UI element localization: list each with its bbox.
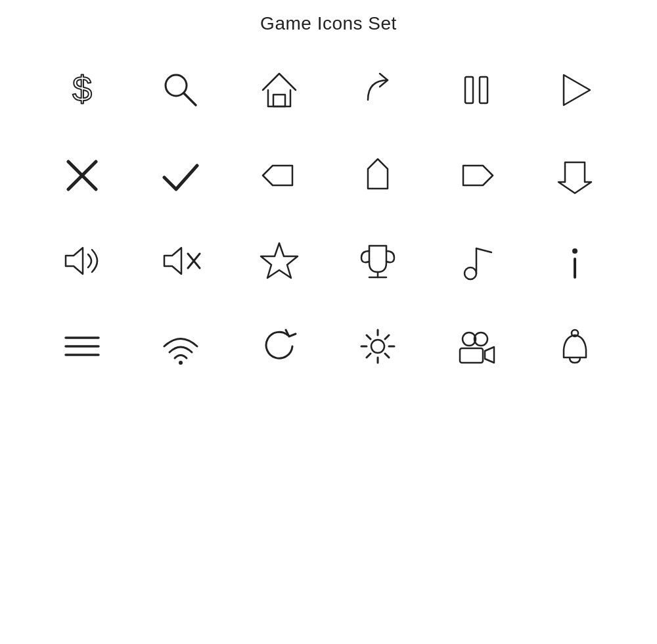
svg-marker-10 <box>368 159 388 189</box>
menu-icon <box>53 317 112 376</box>
arrow-up-icon <box>348 146 407 205</box>
svg-marker-13 <box>66 248 83 274</box>
svg-marker-33 <box>485 347 494 363</box>
arrow-right-icon <box>447 146 506 205</box>
video-camera-icon <box>447 317 506 376</box>
checkmark-icon <box>151 146 210 205</box>
svg-point-29 <box>371 340 384 353</box>
svg-rect-32 <box>460 348 483 363</box>
pause-icon <box>447 60 506 120</box>
settings-icon <box>348 317 407 376</box>
close-icon <box>53 146 112 205</box>
svg-point-20 <box>464 267 476 279</box>
svg-marker-12 <box>558 162 591 193</box>
share-icon <box>348 60 407 120</box>
icon-row-4 <box>53 317 604 376</box>
dollar-icon: $ <box>53 60 112 120</box>
volume-mute-icon <box>151 231 210 290</box>
arrow-down-icon <box>545 146 604 205</box>
svg-marker-6 <box>564 75 590 105</box>
svg-text:$: $ <box>72 69 92 108</box>
svg-marker-14 <box>164 248 181 274</box>
search-icon <box>151 60 210 120</box>
star-icon <box>250 231 309 290</box>
volume-up-icon <box>53 231 112 290</box>
svg-point-28 <box>179 361 183 365</box>
page-title: Game Icons Set <box>260 13 397 34</box>
icon-row-2 <box>53 146 604 205</box>
icon-row-3 <box>53 231 604 290</box>
refresh-icon <box>250 317 309 376</box>
svg-line-2 <box>184 93 196 105</box>
svg-line-22 <box>476 248 491 252</box>
svg-marker-11 <box>463 166 493 185</box>
svg-marker-9 <box>263 166 292 185</box>
svg-rect-4 <box>465 77 473 103</box>
svg-rect-5 <box>480 77 487 103</box>
arrow-left-icon <box>250 146 309 205</box>
icon-row-1: $ <box>53 60 604 120</box>
trophy-icon <box>348 231 407 290</box>
play-icon <box>545 60 604 120</box>
wifi-icon <box>151 317 210 376</box>
home-icon <box>250 60 309 120</box>
icons-grid: $ <box>33 60 624 376</box>
svg-rect-3 <box>273 95 285 106</box>
info-icon <box>545 231 604 290</box>
svg-point-23 <box>572 248 578 254</box>
svg-marker-17 <box>261 243 298 278</box>
music-note-icon <box>447 231 506 290</box>
bell-icon <box>545 317 604 376</box>
